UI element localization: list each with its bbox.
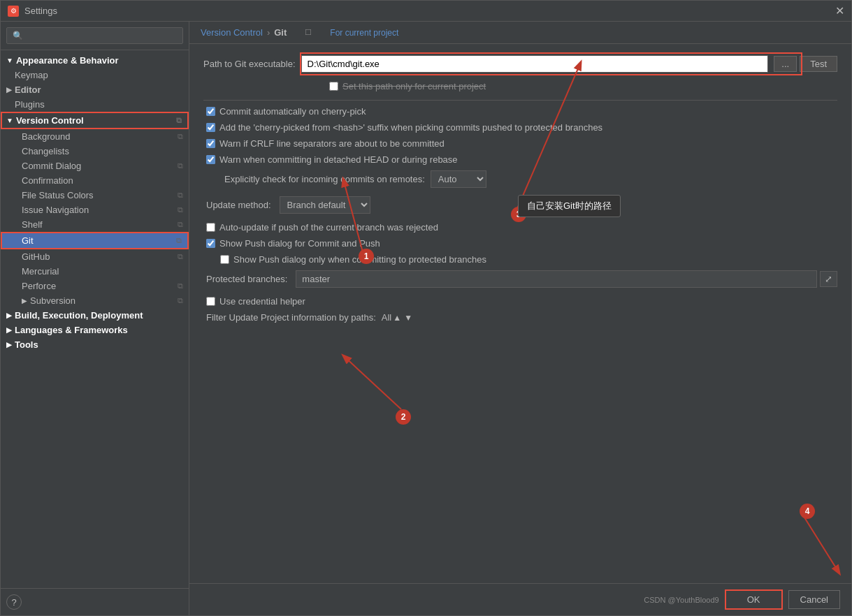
path-row: Path to Git executable: ... Test (203, 55, 837, 73)
protected-input[interactable] (296, 270, 817, 288)
set-path-checkbox[interactable] (329, 82, 338, 91)
watermark: CSDN @YouthBlood9 (644, 596, 719, 604)
autoupdate-checkbox[interactable] (206, 223, 215, 232)
for-current-project[interactable]: For current project (330, 28, 398, 38)
content-area: Version Control › Git ☐ For current proj… (189, 22, 851, 583)
copy-icon: ⧉ (178, 161, 183, 170)
cancel-button[interactable]: Cancel (788, 590, 840, 609)
incoming-row: Explicitly check for incoming commits on… (222, 170, 837, 188)
set-path-row: Set this path only for current project (203, 81, 837, 91)
autoupdate-label[interactable]: Auto-update if push of the current branc… (219, 222, 438, 233)
show-push-label[interactable]: Show Push dialog for Commit and Push (219, 238, 380, 249)
detached-head-label[interactable]: Warn when committing in detached HEAD or… (219, 154, 458, 165)
breadcrumb: Version Control › Git ☐ For current proj… (189, 22, 851, 44)
sidebar-footer: ? (1, 588, 189, 615)
breadcrumb-sep: › (267, 27, 270, 38)
bottom-bar: CSDN @YouthBlood9 OK Cancel (189, 583, 851, 615)
commit-auto-label[interactable]: Commit automatically on cherry-pick (219, 106, 366, 117)
checkbox-icon: ☐ (305, 28, 312, 37)
credential-row: Use credential helper (203, 296, 837, 307)
sidebar-tree: ▼ Appearance & Behavior Keymap ▶ Editor … (1, 50, 189, 588)
copy-icon: ⧉ (176, 116, 182, 125)
detached-head-checkbox[interactable] (206, 155, 215, 164)
crlf-row: Warn if CRLF line separators are about t… (203, 138, 837, 149)
crlf-label[interactable]: Warn if CRLF line separators are about t… (219, 138, 445, 149)
copy-icon: ⧉ (178, 220, 183, 229)
cherry-pick-label[interactable]: Add the 'cherry-picked from <hash>' suff… (219, 122, 602, 133)
expand-icon: ▼ (6, 117, 13, 124)
filter-down-button[interactable]: ▼ (403, 313, 414, 323)
protected-label: Protected branches: (206, 274, 287, 284)
sidebar-item-issue-navigation[interactable]: Issue Navigation ⧉ (1, 203, 189, 217)
copy-icon: ⧉ (178, 191, 183, 200)
credential-checkbox[interactable] (206, 297, 215, 306)
sidebar-item-build[interactable]: ▶ Build, Execution, Deployment (1, 308, 189, 323)
sidebar-item-editor[interactable]: ▶ Editor (1, 82, 189, 97)
sidebar-item-background[interactable]: Background ⧉ (1, 129, 189, 144)
sidebar-item-confirmation[interactable]: Confirmation (1, 173, 189, 188)
crlf-checkbox[interactable] (206, 139, 215, 148)
filter-row: Filter Update Project information by pat… (203, 312, 837, 323)
sidebar-item-mercurial[interactable]: Mercurial (1, 264, 189, 279)
sidebar-item-shelf[interactable]: Shelf ⧉ (1, 217, 189, 232)
expand-icon: ▼ (6, 57, 13, 64)
show-push-protected-checkbox[interactable] (220, 255, 229, 264)
sidebar-item-commit-dialog[interactable]: Commit Dialog ⧉ (1, 159, 189, 173)
filter-value: All (382, 312, 391, 323)
credential-label[interactable]: Use credential helper (219, 296, 305, 307)
path-input[interactable] (301, 55, 769, 73)
app-icon: ⚙ (8, 6, 19, 17)
expand-icon: ▶ (6, 86, 12, 94)
update-select[interactable]: Branch default Merge Rebase (280, 196, 370, 214)
main-content: ▼ Appearance & Behavior Keymap ▶ Editor … (1, 22, 851, 615)
expand-icon: ▶ (6, 311, 12, 319)
sidebar-item-plugins[interactable]: Plugins (1, 97, 189, 112)
show-push-protected-row: Show Push dialog only when committing to… (203, 254, 837, 265)
update-row: Update method: Branch default Merge Reba… (203, 196, 837, 214)
sidebar: ▼ Appearance & Behavior Keymap ▶ Editor … (1, 22, 189, 615)
sidebar-item-changelists[interactable]: Changelists (1, 144, 189, 159)
sidebar-item-git[interactable]: Git ⧉ (1, 232, 189, 249)
window-title: Settings (24, 6, 835, 16)
sidebar-item-languages[interactable]: ▶ Languages & Frameworks (1, 323, 189, 337)
sidebar-item-keymap[interactable]: Keymap (1, 68, 189, 82)
set-path-label[interactable]: Set this path only for current project (342, 81, 486, 91)
search-input[interactable] (6, 27, 183, 44)
filter-up-button[interactable]: ▲ (391, 313, 403, 323)
incoming-select[interactable]: Auto Always Never (431, 170, 486, 188)
titlebar: ⚙ Settings ✕ (1, 1, 851, 22)
commit-auto-row: Commit automatically on cherry-pick (203, 106, 837, 117)
content-wrapper: Version Control › Git ☐ For current proj… (189, 22, 851, 615)
sidebar-item-github[interactable]: GitHub ⧉ (1, 249, 189, 264)
copy-icon: ⧉ (176, 236, 182, 245)
ok-button[interactable]: OK (725, 589, 783, 610)
protected-branches-row: Protected branches: ⤢ (203, 270, 837, 288)
expand-protected-button[interactable]: ⤢ (820, 271, 837, 287)
divider (203, 100, 837, 101)
help-button[interactable]: ? (6, 594, 22, 610)
autoupdate-row: Auto-update if push of the current branc… (203, 222, 837, 233)
incoming-label: Explicitly check for incoming commits on… (224, 174, 425, 184)
show-push-protected-label[interactable]: Show Push dialog only when committing to… (233, 254, 486, 265)
browse-button[interactable]: ... (774, 56, 797, 72)
sidebar-item-version-control[interactable]: ▼ Version Control ⧉ (1, 112, 189, 129)
expand-icon: ▶ (22, 297, 27, 305)
show-push-checkbox[interactable] (206, 239, 215, 248)
content-scroll: Path to Git executable: ... Test (189, 44, 851, 583)
sidebar-item-subversion[interactable]: ▶ Subversion ⧉ (1, 293, 189, 308)
sidebar-item-file-status-colors[interactable]: File Status Colors ⧉ (1, 188, 189, 203)
sidebar-item-perforce[interactable]: Perforce ⧉ (1, 279, 189, 293)
copy-icon: ⧉ (178, 281, 183, 291)
commit-auto-checkbox[interactable] (206, 107, 215, 116)
cherry-pick-checkbox[interactable] (206, 123, 215, 132)
test-button[interactable]: Test (800, 56, 837, 72)
breadcrumb-part2: Git (274, 27, 287, 38)
expand-icon: ▶ (6, 326, 12, 334)
sidebar-item-tools[interactable]: ▶ Tools (1, 337, 189, 352)
expand-icon: ▶ (6, 341, 12, 349)
copy-icon: ⧉ (178, 252, 183, 261)
filter-label: Filter Update Project information by pat… (206, 312, 376, 323)
close-button[interactable]: ✕ (835, 4, 844, 17)
sidebar-item-appearance[interactable]: ▼ Appearance & Behavior (1, 53, 189, 68)
breadcrumb-part1[interactable]: Version Control (201, 27, 263, 38)
